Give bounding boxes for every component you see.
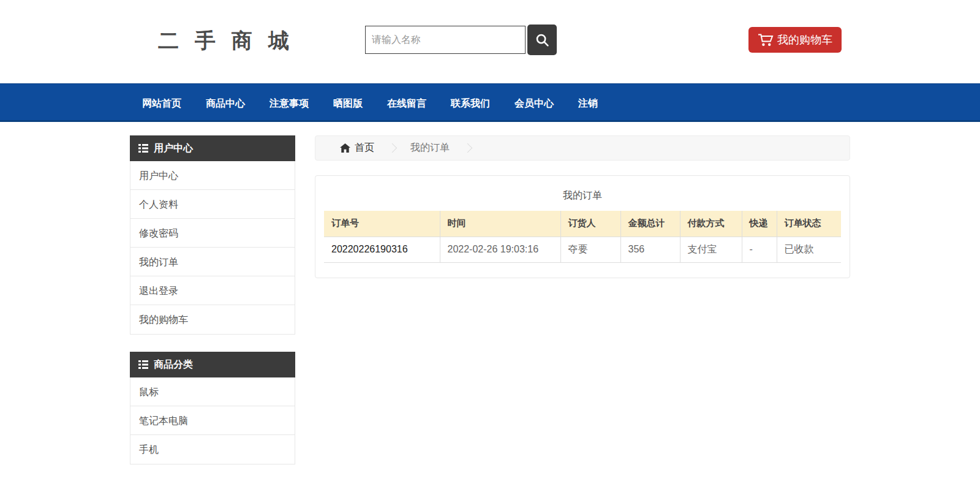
main-nav: 网站首页 商品中心 注意事项 晒图版 在线留言 联系我们 会员中心 注销: [0, 83, 980, 122]
column-header-express: 快递: [742, 211, 777, 237]
categories-panel-title: 商品分类: [154, 358, 193, 371]
cart-icon: [758, 32, 774, 47]
site-logo[interactable]: 二手商城: [158, 27, 305, 55]
sidebar-item-category-mouse[interactable]: 鼠标: [130, 377, 295, 406]
nav-item-notes[interactable]: 注意事项: [257, 84, 321, 123]
sidebar-item-category-phone[interactable]: 手机: [130, 435, 295, 464]
order-amount-cell: 356: [620, 237, 680, 262]
column-header-order-id: 订单号: [324, 211, 440, 237]
order-row: 20220226190316 2022-02-26 19:03:16 夺要 35…: [324, 237, 841, 262]
nav-item-products[interactable]: 商品中心: [194, 84, 257, 123]
list-icon: [138, 144, 148, 153]
search-button[interactable]: [527, 25, 557, 55]
user-center-panel-title: 用户中心: [154, 142, 193, 155]
orders-table-header-row: 订单号 时间 订货人 金额总计 付款方式 快递 订单状态: [324, 211, 841, 237]
orders-panel-title: 我的订单: [324, 189, 841, 202]
user-center-panel: 用户中心 用户中心 个人资料 修改密码 我的订单 退出登录 我的购物车: [130, 135, 295, 335]
search-input[interactable]: [365, 26, 526, 54]
order-payment-cell: 支付宝: [680, 237, 742, 262]
sidebar-item-my-cart[interactable]: 我的购物车: [130, 305, 295, 334]
order-orderer-cell: 夺要: [560, 237, 620, 262]
order-time-cell: 2022-02-26 19:03:16: [440, 237, 560, 262]
categories-panel-header: 商品分类: [130, 352, 295, 377]
nav-item-member[interactable]: 会员中心: [502, 84, 566, 123]
sidebar-item-change-password[interactable]: 修改密码: [130, 219, 295, 248]
column-header-order-status: 订单状态: [777, 211, 841, 237]
breadcrumb-separator-icon: [463, 143, 473, 153]
nav-item-logout[interactable]: 注销: [566, 84, 610, 123]
nav-item-home[interactable]: 网站首页: [130, 84, 194, 123]
order-status-cell: 已收款: [777, 237, 841, 262]
orders-panel: 我的订单 订单号 时间 订货人 金额总计 付款方式 快递 订单状态: [315, 175, 850, 278]
list-icon: [138, 360, 148, 369]
breadcrumb: 首页 我的订单: [315, 135, 850, 161]
breadcrumb-current: 我的订单: [410, 142, 450, 154]
site-header: 二手商城 我的购物车: [0, 0, 980, 83]
nav-item-contact[interactable]: 联系我们: [439, 84, 502, 123]
sidebar-item-my-orders[interactable]: 我的订单: [130, 248, 295, 276]
breadcrumb-separator-icon: [388, 143, 398, 153]
nav-item-message[interactable]: 在线留言: [375, 84, 439, 123]
order-express-cell: -: [742, 237, 777, 262]
column-header-orderer: 订货人: [560, 211, 620, 237]
categories-panel: 商品分类 鼠标 笔记本电脑 手机: [130, 352, 295, 464]
cart-button-label: 我的购物车: [777, 32, 832, 47]
home-icon: [340, 143, 350, 153]
sidebar: 用户中心 用户中心 个人资料 修改密码 我的订单 退出登录 我的购物车: [130, 135, 295, 482]
breadcrumb-home-label: 首页: [355, 142, 374, 154]
main-content: 首页 我的订单 我的订单 订单号 时间 订货人 金额总计: [315, 135, 850, 278]
user-center-panel-header: 用户中心: [130, 135, 295, 161]
sidebar-item-user-center[interactable]: 用户中心: [130, 161, 295, 190]
column-header-payment-method: 付款方式: [680, 211, 742, 237]
search-icon: [535, 33, 549, 47]
order-id-cell: 20220226190316: [324, 237, 440, 262]
column-header-total-amount: 金额总计: [620, 211, 680, 237]
breadcrumb-home-link[interactable]: 首页: [340, 142, 374, 154]
sidebar-item-logout[interactable]: 退出登录: [130, 276, 295, 305]
search-area: [365, 25, 557, 55]
nav-item-photos[interactable]: 晒图版: [321, 84, 375, 123]
sidebar-item-profile[interactable]: 个人资料: [130, 190, 295, 219]
orders-table: 订单号 时间 订货人 金额总计 付款方式 快递 订单状态 20220226190…: [324, 211, 841, 263]
my-cart-button[interactable]: 我的购物车: [748, 27, 842, 53]
column-header-time: 时间: [440, 211, 560, 237]
sidebar-item-category-laptop[interactable]: 笔记本电脑: [130, 406, 295, 435]
